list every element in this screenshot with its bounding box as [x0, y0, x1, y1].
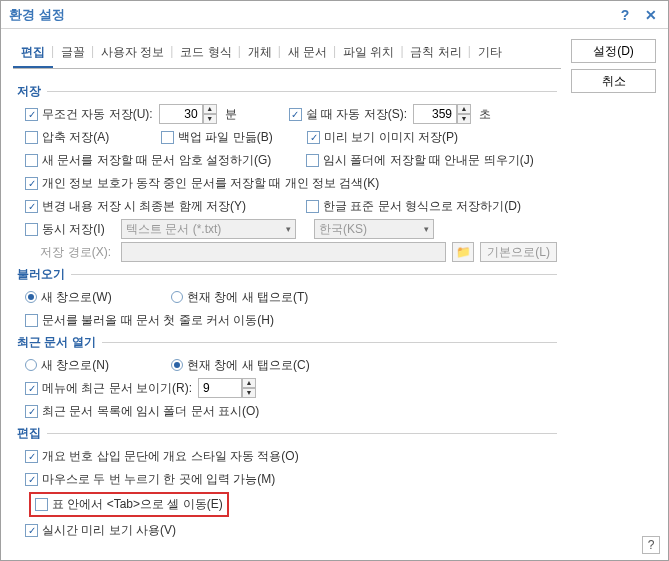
- menucount-spinner[interactable]: ▲▼: [198, 378, 256, 398]
- check-dualsave[interactable]: 동시 저장(I): [25, 221, 115, 238]
- spin-down-icon[interactable]: ▼: [203, 114, 217, 124]
- checkbox-icon: [25, 524, 38, 537]
- idle-value[interactable]: [413, 104, 457, 124]
- check-encrypt-label: 새 문서를 저장할 때 문서 암호 설정하기(G): [42, 152, 271, 169]
- checkbox-icon: [25, 223, 38, 236]
- tab-edit[interactable]: 편집: [13, 39, 53, 68]
- checkbox-icon: [307, 131, 320, 144]
- check-hwpstd[interactable]: 한글 표준 문서 형식으로 저장하기(D): [306, 198, 521, 215]
- radio-recent-newtab-label: 현재 창에 새 탭으로(C): [187, 357, 310, 374]
- tab-filepath[interactable]: 파일 위치: [335, 39, 402, 68]
- group-load: 불러오기: [17, 266, 557, 283]
- checkbox-icon: [25, 131, 38, 144]
- radio-recent-newtab[interactable]: 현재 창에 새 탭으로(C): [171, 357, 310, 374]
- checkbox-icon: [161, 131, 174, 144]
- savepath-label: 저장 경로(X):: [25, 244, 115, 261]
- tab-prohibit[interactable]: 금칙 처리: [402, 39, 469, 68]
- check-hwpstd-label: 한글 표준 문서 형식으로 저장하기(D): [323, 198, 521, 215]
- check-finalcopy[interactable]: 변경 내용 저장 시 최종본 함께 저장(Y): [25, 198, 300, 215]
- radio-load-newwin[interactable]: 새 창으로(W): [25, 289, 165, 306]
- autosave-unit: 분: [225, 106, 237, 123]
- spin-up-icon[interactable]: ▲: [242, 378, 256, 388]
- check-livepreview-label: 실시간 미리 보기 사용(V): [42, 522, 176, 539]
- apply-button[interactable]: 설정(D): [571, 39, 656, 63]
- check-compress[interactable]: 압축 저장(A): [25, 129, 155, 146]
- check-compress-label: 압축 저장(A): [42, 129, 109, 146]
- check-tempmsg-label: 임시 폴더에 저장할 때 안내문 띄우기(J): [323, 152, 534, 169]
- help-icon[interactable]: ?: [616, 6, 634, 24]
- check-tabcell-label: 표 안에서 <Tab>으로 셀 이동(E): [52, 496, 223, 513]
- group-recent: 최근 문서 열기: [17, 334, 557, 351]
- checkbox-icon: [289, 108, 302, 121]
- dialog-title: 환경 설정: [9, 6, 616, 24]
- checkbox-icon: [306, 154, 319, 167]
- check-outlinestyle[interactable]: 개요 번호 삽입 문단에 개요 스타일 자동 적용(O): [25, 448, 299, 465]
- spin-down-icon[interactable]: ▼: [242, 388, 256, 398]
- check-preview[interactable]: 미리 보기 이미지 저장(P): [307, 129, 458, 146]
- checkbox-icon: [35, 498, 48, 511]
- check-dualsave-label: 동시 저장(I): [42, 221, 105, 238]
- autosave-spinner[interactable]: ▲▼: [159, 104, 217, 124]
- tab-userinfo[interactable]: 사용자 정보: [93, 39, 172, 68]
- idle-spinner[interactable]: ▲▼: [413, 104, 471, 124]
- radio-icon: [171, 291, 183, 303]
- check-backup[interactable]: 백업 파일 만듦(B): [161, 129, 301, 146]
- idle-unit: 초: [479, 106, 491, 123]
- radio-icon: [25, 291, 37, 303]
- check-idle[interactable]: 쉴 때 자동 저장(S):: [289, 106, 407, 123]
- tab-newdoc[interactable]: 새 문서: [280, 39, 335, 68]
- footer-help-button[interactable]: ?: [642, 536, 660, 554]
- checkbox-icon: [25, 108, 38, 121]
- radio-icon: [25, 359, 37, 371]
- radio-recent-newwin-label: 새 창으로(N): [41, 357, 109, 374]
- folder-icon: 📁: [452, 242, 474, 262]
- radio-recent-newwin[interactable]: 새 창으로(N): [25, 357, 165, 374]
- check-preview-label: 미리 보기 이미지 저장(P): [324, 129, 458, 146]
- check-livepreview[interactable]: 실시간 미리 보기 사용(V): [25, 522, 176, 539]
- check-cursortop-label: 문서를 불러올 때 문서 첫 줄로 커서 이동(H): [42, 312, 274, 329]
- checkbox-icon: [25, 200, 38, 213]
- check-idle-label: 쉴 때 자동 저장(S):: [306, 106, 407, 123]
- check-menucount-label: 메뉴에 최근 문서 보이기(R):: [42, 380, 192, 397]
- cancel-button[interactable]: 취소: [571, 69, 656, 93]
- menucount-value[interactable]: [198, 378, 242, 398]
- dualsave-type-dropdown: 텍스트 문서 (*.txt): [121, 219, 296, 239]
- check-showtemp-label: 최근 문서 목록에 임시 폴더 문서 표시(O): [42, 403, 259, 420]
- tab-font[interactable]: 글꼴: [53, 39, 93, 68]
- check-autosave-label: 무조건 자동 저장(U):: [42, 106, 153, 123]
- radio-load-newwin-label: 새 창으로(W): [41, 289, 112, 306]
- check-showtemp[interactable]: 최근 문서 목록에 임시 폴더 문서 표시(O): [25, 403, 259, 420]
- check-tempmsg[interactable]: 임시 폴더에 저장할 때 안내문 띄우기(J): [306, 152, 534, 169]
- group-edit: 편집: [17, 425, 557, 442]
- check-encrypt[interactable]: 새 문서를 저장할 때 문서 암호 설정하기(G): [25, 152, 300, 169]
- radio-load-newtab[interactable]: 현재 창에 새 탭으로(T): [171, 289, 308, 306]
- check-privacy-label: 개인 정보 보호가 동작 중인 문서를 저장할 때 개인 정보 검색(K): [42, 175, 379, 192]
- close-icon[interactable]: ✕: [642, 6, 660, 24]
- check-dblclick-label: 마우스로 두 번 누르기 한 곳에 입력 가능(M): [42, 471, 275, 488]
- check-tabcell[interactable]: 표 안에서 <Tab>으로 셀 이동(E): [35, 496, 223, 513]
- check-cursortop[interactable]: 문서를 불러올 때 문서 첫 줄로 커서 이동(H): [25, 312, 274, 329]
- autosave-value[interactable]: [159, 104, 203, 124]
- radio-icon: [171, 359, 183, 371]
- spin-down-icon[interactable]: ▼: [457, 114, 471, 124]
- tab-etc[interactable]: 기타: [470, 39, 510, 68]
- checkbox-icon: [25, 314, 38, 327]
- check-backup-label: 백업 파일 만듦(B): [178, 129, 273, 146]
- check-dblclick[interactable]: 마우스로 두 번 누르기 한 곳에 입력 가능(M): [25, 471, 275, 488]
- dualsave-lang-dropdown: 한국(KS): [314, 219, 434, 239]
- group-save: 저장: [17, 83, 557, 100]
- checkbox-icon: [25, 473, 38, 486]
- spin-up-icon[interactable]: ▲: [457, 104, 471, 114]
- checkbox-icon: [25, 405, 38, 418]
- check-menucount[interactable]: 메뉴에 최근 문서 보이기(R):: [25, 380, 192, 397]
- spin-up-icon[interactable]: ▲: [203, 104, 217, 114]
- radio-load-newtab-label: 현재 창에 새 탭으로(T): [187, 289, 308, 306]
- checkbox-icon: [306, 200, 319, 213]
- default-path-button: 기본으로(L): [480, 242, 557, 262]
- checkbox-icon: [25, 382, 38, 395]
- check-autosave[interactable]: 무조건 자동 저장(U):: [25, 106, 153, 123]
- check-outlinestyle-label: 개요 번호 삽입 문단에 개요 스타일 자동 적용(O): [42, 448, 299, 465]
- tab-codeformat[interactable]: 코드 형식: [172, 39, 239, 68]
- tab-object[interactable]: 개체: [240, 39, 280, 68]
- check-privacy[interactable]: 개인 정보 보호가 동작 중인 문서를 저장할 때 개인 정보 검색(K): [25, 175, 379, 192]
